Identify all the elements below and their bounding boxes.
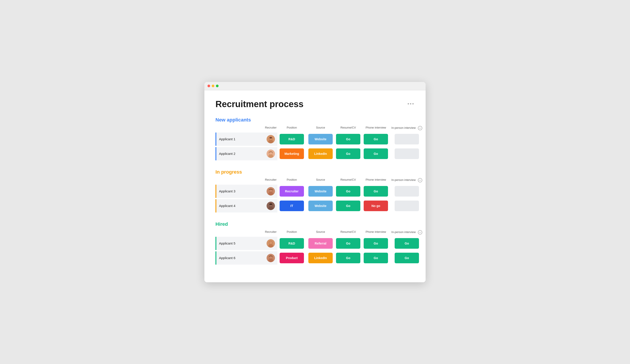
tag-position[interactable]: Marketing	[280, 149, 304, 159]
tag-cell-source-1-1: Website	[306, 199, 334, 212]
tag-cell-phone-interview-0-1: Go	[362, 147, 390, 160]
col-header-phone_interview: Phone interview	[362, 230, 390, 235]
tag-phone-interview[interactable]: Go	[364, 253, 388, 263]
table-row: Applicant 4 ITWebsiteGoNo go	[216, 199, 414, 212]
sections-container: New applicantsRecruiterPositionSourceRes…	[216, 117, 414, 265]
tag-phone-interview[interactable]: Go	[364, 149, 388, 159]
tag-empty-in-person-interview	[395, 186, 419, 196]
tag-resume-cv[interactable]: Go	[336, 200, 360, 211]
title-bar	[204, 82, 426, 90]
applicant-name-2-1[interactable]: Applicant 6	[216, 251, 264, 265]
col-header-in_person_interview: In-person interview +	[390, 230, 424, 235]
tag-resume-cv[interactable]: Go	[336, 186, 360, 196]
tag-empty-in-person-interview	[395, 149, 419, 159]
page-title: Recruitment process	[216, 99, 304, 109]
tag-position[interactable]: Recruiter	[280, 186, 304, 196]
table-row: Applicant 5 R&DReferralGoGoGo	[216, 237, 414, 250]
section-title-in-progress: In progress	[216, 169, 414, 175]
applicant-name-1-1[interactable]: Applicant 4	[216, 199, 264, 212]
avatar	[266, 187, 275, 195]
tag-cell-source-2-0: Referral	[306, 237, 334, 250]
tag-source[interactable]: LinkedIn	[308, 149, 333, 159]
col-header-position: Position	[278, 178, 306, 182]
section-title-hired: Hired	[216, 221, 414, 227]
tag-cell-in-person-interview-0-1	[391, 147, 423, 160]
table-row: Applicant 1 R&DWebsiteGoGo	[216, 133, 414, 146]
table-in-progress: RecruiterPositionSourceResume/CVPhone in…	[216, 178, 414, 212]
main-content: Recruitment process ••• New applicantsRe…	[204, 90, 426, 282]
add-column-icon[interactable]: +	[418, 178, 422, 182]
applicant-name-0-1[interactable]: Applicant 2	[216, 147, 264, 160]
tag-source[interactable]: Website	[308, 186, 333, 196]
tag-cell-phone-interview-1-1: No go	[362, 199, 390, 212]
maximize-dot[interactable]	[216, 85, 218, 87]
col-header-name	[216, 230, 264, 235]
tag-cell-source-0-1: LinkedIn	[306, 147, 334, 160]
table-new-applicants: RecruiterPositionSourceResume/CVPhone in…	[216, 126, 414, 160]
add-column-icon[interactable]: +	[418, 230, 422, 235]
minimize-dot[interactable]	[212, 85, 214, 87]
applicant-name-1-0[interactable]: Applicant 3	[216, 185, 264, 198]
tag-resume-cv[interactable]: Go	[336, 149, 360, 159]
svg-point-3	[268, 140, 273, 143]
svg-rect-17	[270, 204, 272, 205]
tag-position[interactable]: R&D	[280, 134, 304, 145]
recruiter-cell-2-1	[264, 251, 278, 265]
tag-cell-source-0-0: Website	[306, 133, 334, 146]
applicant-name-0-0[interactable]: Applicant 1	[216, 133, 264, 146]
col-header-in-person: In-person interview	[391, 230, 416, 234]
applicant-name-2-0[interactable]: Applicant 5	[216, 237, 264, 250]
tag-resume-cv[interactable]: Go	[336, 253, 360, 263]
recruiter-cell-1-0	[264, 185, 278, 198]
col-header-resume_cv: Resume/CV	[335, 178, 362, 182]
tag-position[interactable]: IT	[280, 200, 304, 211]
tag-source[interactable]: Website	[308, 134, 333, 145]
add-column-icon[interactable]: +	[418, 126, 422, 130]
avatar	[266, 202, 275, 210]
tag-source[interactable]: Referral	[308, 238, 333, 249]
tag-phone-interview[interactable]: Go	[364, 134, 388, 145]
tag-cell-in-person-interview-2-1: Go	[391, 251, 423, 265]
app-window: Recruitment process ••• New applicantsRe…	[204, 82, 426, 282]
tag-cell-resume-cv-2-1: Go	[335, 251, 361, 265]
avatar	[266, 150, 275, 158]
col-header-position: Position	[278, 126, 306, 130]
section-new-applicants: New applicantsRecruiterPositionSourceRes…	[216, 117, 414, 160]
tag-cell-resume-cv-0-0: Go	[335, 133, 361, 146]
tag-resume-cv[interactable]: Go	[336, 134, 360, 145]
close-dot[interactable]	[208, 85, 210, 87]
avatar	[266, 239, 275, 248]
tag-resume-cv[interactable]: Go	[336, 238, 360, 249]
svg-point-8	[268, 154, 273, 158]
tag-cell-in-person-interview-0-0	[391, 133, 423, 146]
tag-cell-phone-interview-2-1: Go	[362, 251, 390, 265]
tag-source[interactable]: LinkedIn	[308, 253, 333, 263]
tag-phone-interview[interactable]: No go	[364, 200, 388, 211]
tag-cell-phone-interview-0-0: Go	[362, 133, 390, 146]
more-button[interactable]: •••	[408, 101, 414, 107]
svg-rect-4	[270, 137, 272, 139]
tag-in-person-interview[interactable]: Go	[395, 238, 419, 249]
tag-cell-source-2-1: LinkedIn	[306, 251, 334, 265]
col-header-recruiter: Recruiter	[264, 126, 278, 130]
svg-point-12	[268, 192, 273, 195]
tag-position[interactable]: Product	[280, 253, 304, 263]
recruiter-cell-0-0	[264, 133, 278, 146]
tag-empty-in-person-interview	[395, 200, 419, 211]
tag-cell-position-1-1: IT	[278, 199, 306, 212]
col-header-source: Source	[306, 178, 335, 182]
col-header-resume_cv: Resume/CV	[335, 230, 362, 235]
tag-cell-position-0-0: R&D	[278, 133, 306, 146]
tag-phone-interview[interactable]: Go	[364, 238, 388, 249]
tag-cell-resume-cv-2-0: Go	[335, 237, 361, 250]
tag-in-person-interview[interactable]: Go	[395, 253, 419, 263]
table-row: Applicant 6 ProductLinkedInGoGoGo	[216, 251, 414, 265]
table-header: RecruiterPositionSourceResume/CVPhone in…	[216, 230, 414, 236]
tag-phone-interview[interactable]: Go	[364, 186, 388, 196]
avatar	[266, 254, 275, 262]
section-in-progress: In progressRecruiterPositionSourceResume…	[216, 169, 414, 212]
tag-source[interactable]: Website	[308, 200, 333, 211]
tag-position[interactable]: R&D	[280, 238, 304, 249]
tag-cell-resume-cv-0-1: Go	[335, 147, 361, 160]
tag-cell-position-1-0: Recruiter	[278, 185, 306, 198]
